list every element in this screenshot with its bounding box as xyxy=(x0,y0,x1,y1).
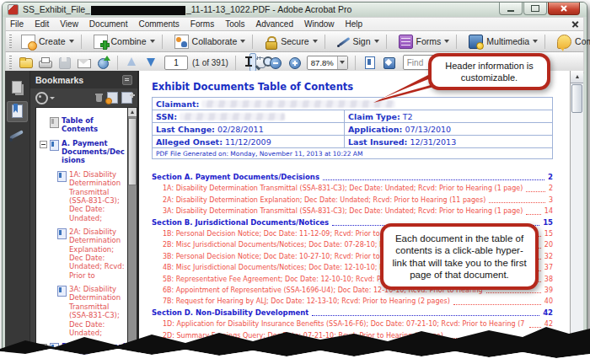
expand-current-bookmark-icon[interactable] xyxy=(107,92,118,104)
minimize-icon xyxy=(507,10,514,12)
bookmark-page-icon xyxy=(50,117,59,128)
title-redaction-block xyxy=(91,6,185,15)
maximize-button[interactable] xyxy=(523,3,547,15)
zoom-level-select[interactable]: 87.8% xyxy=(307,56,348,70)
toc-row[interactable]: Section A. Payment Documents/Decisions 2 xyxy=(152,172,553,183)
scrollbar-thumb[interactable] xyxy=(571,84,582,113)
forms-button[interactable]: Forms xyxy=(394,33,465,51)
toc-row[interactable]: 7B: Request for Hearing by ALJ; Doc Date… xyxy=(152,296,553,307)
fit-width-icon[interactable] xyxy=(382,56,396,69)
bookmark-page-icon xyxy=(50,343,59,354)
title-bar: SS_Exhibit_File__11-11-13_1022.PDF - Ado… xyxy=(3,3,587,17)
secure-button[interactable]: Secure xyxy=(260,33,332,51)
delete-bookmark-icon[interactable] xyxy=(95,93,104,103)
scrolling-mode-icon[interactable] xyxy=(362,56,377,69)
collaborate-button[interactable]: Collaborate xyxy=(170,33,261,51)
bookmarks-scrollbar[interactable] xyxy=(128,107,137,364)
collapse-icon[interactable] xyxy=(40,344,47,351)
scrollbar-thumb[interactable] xyxy=(128,118,137,185)
previous-page-icon[interactable] xyxy=(125,56,139,69)
secure-icon xyxy=(265,35,277,48)
zoom-out-icon[interactable] xyxy=(268,56,282,69)
dot-leader xyxy=(526,214,540,215)
toc-row[interactable]: 2D: Summary Earnings Query; Doc Date: 07… xyxy=(152,330,553,341)
document-scrollbar[interactable] xyxy=(570,71,583,364)
bookmark-item[interactable]: 3A: Disability Determination Transmittal… xyxy=(47,285,126,337)
scroll-up-icon[interactable] xyxy=(571,71,583,83)
minimize-button[interactable] xyxy=(499,3,523,15)
upload-documents-icon[interactable] xyxy=(96,56,110,69)
new-bookmark-icon[interactable] xyxy=(121,92,132,104)
claim-type-cell: Claim Type: T2 xyxy=(344,110,552,122)
chevron-down-icon xyxy=(374,40,379,43)
page-number-input[interactable]: 1 xyxy=(164,56,188,70)
menubar-close-icon[interactable] xyxy=(571,20,579,28)
close-button[interactable] xyxy=(548,3,580,15)
dot-leader xyxy=(453,304,541,305)
zoom-in-icon[interactable] xyxy=(287,56,302,69)
toolbar-grip[interactable] xyxy=(9,56,12,69)
bookmark-item[interactable]: A. Payment Documents/Decisions xyxy=(40,139,126,165)
panel-options-button[interactable] xyxy=(122,75,132,85)
bookmarks-panel-button[interactable] xyxy=(7,101,28,122)
menu-item[interactable]: View xyxy=(60,19,78,29)
dot-leader xyxy=(312,315,539,316)
menu-item[interactable]: Tools xyxy=(225,19,244,29)
chevron-down-icon xyxy=(50,97,55,99)
last-insured-cell: Last Insured: 12/31/2013 xyxy=(344,136,552,147)
bookmark-options-button[interactable] xyxy=(35,92,55,104)
bookmarks-toolbar xyxy=(30,88,137,107)
menu-item[interactable]: File xyxy=(10,19,24,29)
menu-item[interactable]: Document xyxy=(89,19,128,29)
bookmark-item[interactable]: 1A: Disability Determination Transmittal… xyxy=(47,170,126,222)
menu-item[interactable]: Help xyxy=(346,19,363,29)
redacted-claimant-name xyxy=(201,100,395,108)
window-title: SS_Exhibit_File__11-11-13_1022.PDF - Ado… xyxy=(23,4,351,15)
bookmark-item[interactable]: B. Jurisdictional Documents/Notices xyxy=(40,342,126,364)
acrobat-app-icon xyxy=(8,4,19,15)
bookmark-item[interactable]: 2A: Disability Determination Explanation… xyxy=(47,228,126,280)
next-page-icon[interactable] xyxy=(144,56,158,69)
toolbar-grip[interactable] xyxy=(9,35,12,48)
dot-leader xyxy=(486,292,541,293)
scroll-up-icon[interactable] xyxy=(128,108,137,117)
collapse-icon[interactable] xyxy=(40,141,47,148)
content-area: Bookmarks xyxy=(5,71,583,364)
screenshot-canvas: SS_Exhibit_File__11-11-13_1022.PDF - Ado… xyxy=(0,0,590,364)
select-tool-button[interactable] xyxy=(241,53,248,72)
menu-item[interactable]: Window xyxy=(304,19,335,29)
comment-button[interactable]: Comment xyxy=(553,33,590,51)
multimedia-button[interactable]: Multimedia xyxy=(464,33,553,51)
menu-item[interactable]: Advanced xyxy=(256,19,293,29)
toc-row[interactable]: Section D. Non-Disability Development 42 xyxy=(152,308,553,318)
create-button[interactable]: Create xyxy=(17,33,89,51)
sign-button[interactable]: Sign xyxy=(333,33,394,51)
menu-item[interactable]: Forms xyxy=(190,19,214,29)
email-icon[interactable] xyxy=(77,56,91,69)
combine-button[interactable]: Combine xyxy=(89,33,170,51)
bookmark-item[interactable]: Table of Contents xyxy=(40,116,126,134)
menu-item[interactable]: Comments xyxy=(138,19,179,29)
dot-leader xyxy=(447,338,550,339)
dot-leader xyxy=(529,327,541,328)
print-icon[interactable] xyxy=(38,56,52,69)
maximize-icon xyxy=(531,5,539,12)
open-file-icon[interactable] xyxy=(19,56,33,69)
chevron-down-icon xyxy=(533,40,538,43)
page-count-label: (1 of 391) xyxy=(192,58,228,67)
toc-row[interactable]: 1D: Application for Disability Insurance… xyxy=(152,318,553,329)
document-pane: Exhibit Documents Table of Contents Clai… xyxy=(137,71,583,364)
bookmarks-panel: Bookmarks xyxy=(30,71,137,364)
signatures-panel-button[interactable] xyxy=(7,125,28,146)
save-icon[interactable] xyxy=(57,56,72,69)
toc-row[interactable]: 1A: Disability Determination Transmittal… xyxy=(152,183,553,194)
comment-icon xyxy=(557,35,571,49)
menu-bar: FileEditViewDocumentCommentsFormsToolsAd… xyxy=(5,17,584,31)
bookmark-page-icon xyxy=(57,171,67,182)
callout-link-note: Each document in the table of contents i… xyxy=(380,223,539,290)
toc-row[interactable]: 3A: Disability Determination Transmittal… xyxy=(152,206,553,217)
pages-panel-button[interactable] xyxy=(7,78,28,99)
menu-item[interactable]: Edit xyxy=(35,19,49,29)
claimant-header-table: Claimant: SSN: Claim Type: T2 xyxy=(152,97,553,159)
toc-row[interactable]: 2A: Disability Determination Explanation… xyxy=(152,195,553,206)
